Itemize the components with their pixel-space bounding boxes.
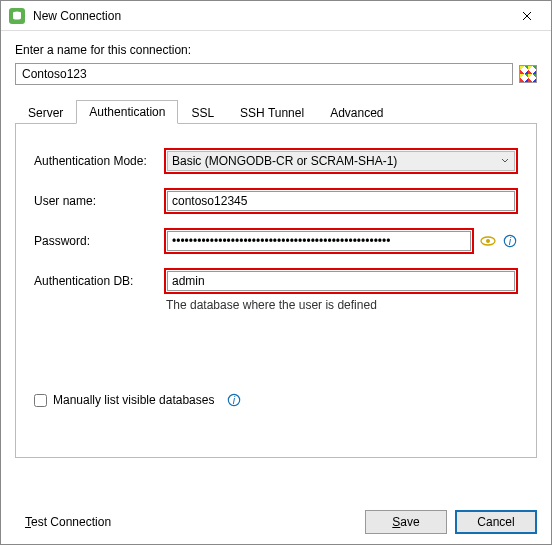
info-icon[interactable]: i — [226, 392, 242, 408]
color-picker-button[interactable] — [519, 65, 537, 83]
authdb-input[interactable] — [167, 271, 515, 291]
tab-authentication[interactable]: Authentication — [76, 100, 178, 124]
svg-text:i: i — [233, 394, 236, 406]
cancel-button[interactable]: Cancel — [455, 510, 537, 534]
svg-point-3 — [13, 16, 21, 19]
eye-icon[interactable] — [480, 233, 496, 249]
manual-databases-label: Manually list visible databases — [53, 393, 214, 407]
connection-name-input[interactable] — [15, 63, 513, 85]
username-input[interactable] — [167, 191, 515, 211]
tab-ssh-tunnel[interactable]: SSH Tunnel — [227, 101, 317, 124]
manual-databases-checkbox[interactable] — [34, 394, 47, 407]
authdb-label: Authentication DB: — [34, 274, 164, 288]
tab-advanced[interactable]: Advanced — [317, 101, 396, 124]
password-input[interactable] — [167, 231, 471, 251]
authdb-helper: The database where the user is defined — [166, 298, 518, 312]
name-prompt: Enter a name for this connection: — [15, 43, 537, 57]
username-label: User name: — [34, 194, 164, 208]
tab-server[interactable]: Server — [15, 101, 76, 124]
test-connection-button[interactable]: TTest Connectionest Connection — [15, 510, 121, 534]
save-button[interactable]: SaveSave — [365, 510, 447, 534]
tab-ssl[interactable]: SSL — [178, 101, 227, 124]
auth-mode-select[interactable]: Basic (MONGODB-CR or SCRAM-SHA-1) — [167, 151, 515, 171]
auth-mode-label: Authentication Mode: — [34, 154, 164, 168]
info-icon[interactable]: i — [502, 233, 518, 249]
window-title: New Connection — [33, 9, 507, 23]
app-icon — [9, 8, 25, 24]
close-button[interactable] — [507, 2, 547, 30]
password-label: Password: — [34, 234, 164, 248]
svg-text:i: i — [509, 235, 512, 247]
svg-point-5 — [486, 239, 490, 243]
